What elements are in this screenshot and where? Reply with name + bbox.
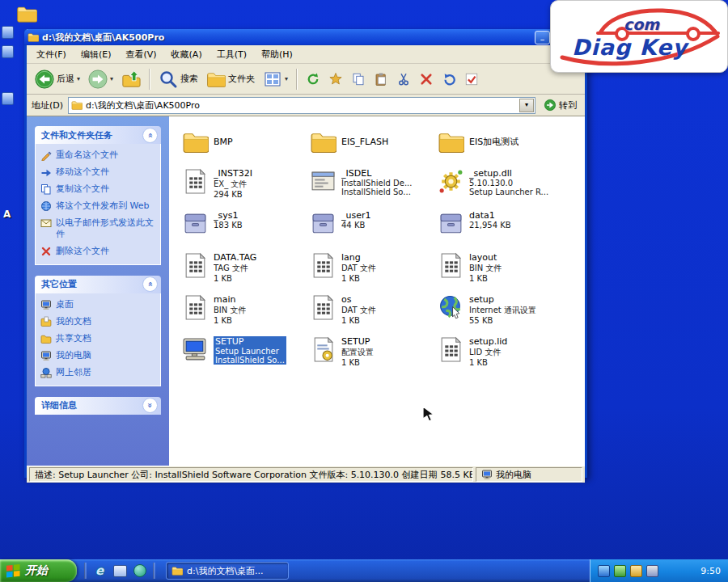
- folder-icon: [438, 129, 464, 155]
- file-type: EX_ 文件: [214, 179, 252, 190]
- undo-button[interactable]: [438, 70, 459, 88]
- sidebar-item-my-computer[interactable]: 我的电脑: [40, 350, 155, 361]
- menu-view[interactable]: 查看(V): [119, 48, 163, 61]
- sidebar-item-shared-documents[interactable]: 共享文档: [40, 333, 155, 344]
- file-item[interactable]: layout BIN 文件 1 KB: [438, 252, 565, 294]
- file-size: 21,954 KB: [469, 221, 511, 230]
- file-item[interactable]: _sys1 183 KB: [182, 210, 310, 252]
- views-button[interactable]: ▾: [260, 68, 291, 91]
- cut-button[interactable]: [393, 70, 414, 88]
- tray-update-icon[interactable]: [614, 565, 626, 577]
- quick-launch: e: [77, 559, 163, 582]
- menu-help[interactable]: 帮助(H): [255, 48, 299, 61]
- up-button[interactable]: [118, 68, 144, 91]
- sidebar-item-desktop[interactable]: 桌面: [40, 299, 155, 310]
- my-computer-icon: [481, 469, 493, 480]
- status-size: 58.5 KB: [441, 470, 473, 480]
- desktop-icon-fragment[interactable]: [2, 26, 14, 39]
- delete-button[interactable]: [416, 70, 437, 88]
- sidebar-item-copy-file[interactable]: 复制这个文件: [40, 183, 155, 195]
- properties-button[interactable]: [461, 70, 482, 88]
- address-dropdown[interactable]: ▾: [519, 99, 534, 112]
- sidebar-item-network-places[interactable]: 网上邻居: [40, 367, 155, 378]
- quick-launch-ie-icon[interactable]: e: [92, 563, 107, 578]
- search-button[interactable]: 搜索: [155, 68, 201, 91]
- menu-edit[interactable]: 编辑(E): [74, 48, 118, 61]
- sidebar-item-my-documents[interactable]: 我的文档: [40, 316, 155, 327]
- chevron-up-icon[interactable]: »: [142, 128, 158, 143]
- menu-tools[interactable]: 工具(T): [210, 48, 253, 61]
- taskbar-divider: [84, 563, 87, 579]
- chevron-down-icon[interactable]: »: [142, 398, 158, 413]
- status-bar: 描述: Setup Launcher 公司: InstallShield Sof…: [27, 466, 585, 483]
- quick-launch-desktop-icon[interactable]: [112, 563, 127, 578]
- panel-file-tasks-header[interactable]: 文件和文件夹任务 »: [35, 126, 161, 144]
- panel-details-header[interactable]: 详细信息 »: [35, 397, 161, 415]
- address-input[interactable]: d:\我的文档\桌面\AK500Pro ▾: [68, 97, 535, 114]
- file-item[interactable]: DATA.TAG TAG 文件 1 KB: [182, 252, 310, 294]
- file-item[interactable]: EIS_FLASH: [310, 126, 438, 168]
- sidebar-item-rename-file[interactable]: 重命名这个文件: [40, 150, 155, 161]
- taskbar-window-button[interactable]: d:\我的文档\桌面...: [166, 562, 289, 580]
- file-item[interactable]: _INST32I EX_ 文件 294 KB: [182, 168, 310, 210]
- menu-bar: 文件(F) 编辑(E) 查看(V) 收藏(A) 工具(T) 帮助(H): [27, 45, 585, 64]
- start-button[interactable]: 开始: [0, 559, 77, 582]
- panel-details: 详细信息 »: [35, 397, 161, 415]
- file-item[interactable]: _user1 44 KB: [310, 210, 438, 252]
- file-size: InstallShield So...: [215, 356, 285, 365]
- task-label: 共享文档: [56, 333, 91, 344]
- copy-icon: [40, 183, 52, 195]
- file-name: main: [214, 294, 246, 305]
- file-item[interactable]: _ISDEL InstallShield De... InstallShield…: [310, 168, 438, 210]
- copy-button[interactable]: [348, 70, 369, 88]
- panel-other-places-header[interactable]: 其它位置 »: [35, 276, 161, 293]
- title-bar[interactable]: d:\我的文档\桌面\AK500Pro _ □ ×: [24, 29, 587, 45]
- file-name: EIS加电测试: [469, 136, 518, 148]
- file-name: _setup.dll: [469, 168, 548, 179]
- file-item[interactable]: _setup.dll 5.10.130.0 Setup Launcher R..…: [438, 168, 565, 210]
- folders-button[interactable]: 文件夹: [203, 68, 258, 91]
- forward-button[interactable]: ▾: [85, 68, 116, 91]
- file-item[interactable]: EIS加电测试: [438, 126, 565, 168]
- file-item[interactable]: data1 21,954 KB: [438, 210, 565, 252]
- menu-file[interactable]: 文件(F): [30, 48, 73, 61]
- address-bar: 地址(D) d:\我的文档\桌面\AK500Pro ▾ 转到: [27, 95, 585, 116]
- file-name: _ISDEL: [341, 168, 412, 179]
- quick-launch-media-icon[interactable]: [133, 563, 147, 578]
- favorites-button[interactable]: [325, 70, 346, 88]
- file-item[interactable]: BMP: [182, 126, 310, 168]
- tray-network-icon[interactable]: [598, 565, 610, 577]
- file-size: 44 KB: [341, 221, 371, 230]
- file-item-selected[interactable]: SETUP Setup Launcher InstallShield So...: [182, 336, 310, 378]
- file-name: _user1: [341, 210, 371, 221]
- desktop-icon-fragment[interactable]: [2, 45, 14, 58]
- desktop-icon-fragment[interactable]: [2, 92, 14, 105]
- task-label: 桌面: [56, 299, 74, 310]
- desktop[interactable]: A d:\我的文档\桌面\AK500Pro _ □ × 文件(F) 编辑(E) …: [0, 0, 728, 582]
- tray-volume-icon[interactable]: [630, 565, 642, 577]
- sidebar-item-delete-file[interactable]: 删除这个文件: [40, 246, 155, 257]
- minimize-button[interactable]: _: [535, 31, 550, 44]
- refresh-button[interactable]: [303, 70, 324, 88]
- file-type: DAT 文件: [341, 263, 376, 274]
- sidebar-item-email-file[interactable]: 以电子邮件形式发送此文件: [40, 217, 155, 240]
- menu-favorites[interactable]: 收藏(A): [165, 48, 209, 61]
- document-icon: [182, 252, 209, 279]
- desktop-folder-icon[interactable]: [16, 3, 37, 24]
- paste-button[interactable]: [370, 70, 392, 88]
- file-item[interactable]: main BIN 文件 1 KB: [182, 294, 310, 336]
- file-item[interactable]: lang DAT 文件 1 KB: [310, 252, 438, 294]
- file-item[interactable]: SETUP 配置设置 1 KB: [310, 336, 438, 378]
- file-type: Internet 通讯设置: [469, 305, 536, 316]
- sidebar-item-move-file[interactable]: 移动这个文件: [40, 167, 155, 178]
- file-item[interactable]: setup Internet 通讯设置 55 KB: [438, 294, 565, 336]
- sidebar-item-publish-file[interactable]: 将这个文件发布到 Web: [40, 200, 155, 212]
- file-item[interactable]: os DAT 文件 1 KB: [310, 294, 438, 336]
- panel-title: 详细信息: [41, 399, 77, 411]
- tray-input-icon[interactable]: [646, 565, 658, 577]
- go-button[interactable]: 转到: [540, 99, 580, 112]
- file-item[interactable]: setup.lid LID 文件 1 KB: [438, 336, 565, 378]
- file-name: data1: [469, 210, 511, 221]
- chevron-up-icon[interactable]: »: [142, 276, 158, 292]
- back-button[interactable]: 后退 ▾: [32, 68, 83, 91]
